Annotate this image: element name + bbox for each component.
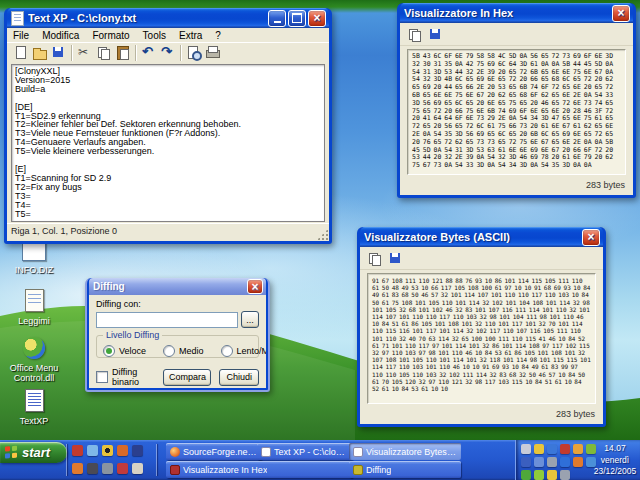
undo-icon[interactable] [140,44,157,61]
quick-launch-icon-10[interactable] [132,463,143,474]
byte-count-label: 283 bytes [360,404,603,424]
tray-icon-4[interactable] [560,444,570,454]
titlebar[interactable]: Visualizzatore Bytes (ASCII) [360,227,603,247]
menu-modifica[interactable]: Modifica [42,30,79,41]
chiudi-button[interactable]: Chiudi [219,369,259,386]
menu-bar: File Modifica Formato Tools Extra ? [7,28,329,42]
task-button-diffing[interactable]: Diffing [349,461,461,478]
radio-label-lento-migliore[interactable]: Lento/Migliore [237,346,266,356]
radio-medio[interactable] [163,345,175,357]
tray-icon-9[interactable] [547,457,557,467]
tray-icon-8[interactable] [534,457,544,467]
menu-help[interactable]: ? [215,30,221,41]
maximize-button[interactable] [288,10,306,27]
tray-icon-5[interactable] [573,444,583,454]
save-icon[interactable] [50,44,67,61]
menu-file[interactable]: File [13,30,29,41]
browse-button[interactable]: ... [241,311,259,328]
quick-launch-icon-1[interactable] [72,445,83,456]
tray-icon-1[interactable] [521,444,531,454]
toolbar [7,42,329,63]
desktop: INFO.DIZ Leggimi Office Menu Control.dll… [0,0,640,480]
copy-icon[interactable] [95,44,112,61]
quick-launch-icon-2[interactable] [87,445,98,456]
minimize-button[interactable] [268,10,286,27]
checkbox-label[interactable]: Diffing binario [112,367,151,387]
quick-launch-icon-3[interactable] [102,445,113,456]
task-button-visualizzatore-hex[interactable]: Visualizzatore In Hex [166,461,353,478]
taskbar-clock[interactable]: 14.07 venerdì 23/12/2005 [592,443,638,478]
compara-button[interactable]: Compara [163,369,211,386]
quick-launch-icon-5[interactable] [132,445,143,456]
save-icon[interactable] [427,26,444,43]
byte-count-label: 283 bytes [400,175,633,195]
hex-content[interactable]: 5B 43 6C 6F 6E 79 58 58 4C 5D 0A 56 65 7… [407,49,626,175]
print-icon[interactable] [204,44,221,61]
ascii-content[interactable]: 91 67 108 111 110 121 88 88 76 93 10 86 … [367,273,596,404]
window-hex-viewer: Visualizzatore In Hex 5B 43 6C 6F 6E 79 … [397,3,636,198]
tray-icon-3[interactable] [547,444,557,454]
resize-grip[interactable] [317,229,328,240]
tray-icon-2[interactable] [534,444,544,454]
close-button[interactable] [308,10,326,27]
task-button-sourceforge[interactable]: SourceForge.net: tex... [166,443,262,460]
desktop-icon-office-menu-control[interactable]: Office Menu Control.dll [2,337,66,383]
readme-file-icon [25,289,44,312]
tray-icon-16[interactable] [560,470,570,480]
print-preview-icon[interactable] [185,44,202,61]
save-icon[interactable] [387,250,404,267]
group-label: Livello Diffing [103,330,162,340]
clock-date: 23/12/2005 [592,466,638,478]
copy-icon[interactable] [406,26,423,43]
cut-icon[interactable] [76,44,93,61]
radio-veloce[interactable] [103,345,115,357]
tray-icon-7[interactable] [521,457,531,467]
tray-icon-13[interactable] [521,470,531,480]
redo-icon[interactable] [159,44,176,61]
desktop-icon-infodiz[interactable]: INFO.DIZ [2,243,66,275]
start-button[interactable]: start [0,442,67,463]
tray-icon-11[interactable] [573,457,583,467]
radio-label-medio[interactable]: Medio [179,346,204,356]
cursor-position-status: Riga 1, Col. 1, Posizione 0 [11,226,117,236]
copy-icon[interactable] [366,250,383,267]
toolbar-separator [71,45,72,61]
menu-extra[interactable]: Extra [179,30,202,41]
toolbar [400,23,633,46]
task-button-visualizzatore-bytes[interactable]: Visualizzatore Bytes (... [349,443,461,460]
status-bar: Riga 1, Col. 1, Posizione 0 [7,223,329,241]
close-button[interactable] [582,229,600,246]
titlebar[interactable]: Text XP - C:\clony.txt [7,8,329,28]
window-text-xp: Text XP - C:\clony.txt File Modifica For… [4,8,332,244]
desktop-icon-leggimi[interactable]: Leggimi [2,289,66,326]
tray-icon-15[interactable] [547,470,557,480]
browser-icon [170,447,180,457]
titlebar[interactable]: Diffing [89,278,266,295]
radio-lento-migliore[interactable] [221,345,233,357]
quick-launch-icon-8[interactable] [102,463,113,474]
quick-launch-icon-9[interactable] [117,463,128,474]
tray-icon-14[interactable] [534,470,544,480]
menu-formato[interactable]: Formato [92,30,129,41]
paste-icon[interactable] [114,44,131,61]
window-title: Text XP - C:\clony.txt [28,12,266,24]
task-button-text-xp[interactable]: Text XP - C:\clony.txt [257,443,353,460]
windows-logo-icon [5,446,18,460]
quick-launch-icon-4[interactable] [117,445,128,456]
diffing-binario-checkbox[interactable] [96,371,108,383]
quick-launch-icon-6[interactable] [72,463,83,474]
radio-label-veloce[interactable]: Veloce [119,346,146,356]
desktop-icon-textxp[interactable]: TextXP [2,389,66,426]
open-folder-icon[interactable] [31,44,48,61]
new-document-icon[interactable] [12,44,29,61]
diffing-path-input[interactable] [96,312,238,328]
text-editor-area[interactable]: [ClonyXXL] Version=2015 Build=a [DE] T1=… [11,64,325,222]
titlebar[interactable]: Visualizzatore In Hex [400,3,633,23]
quick-launch-icon-7[interactable] [87,463,98,474]
taskbar: start SourceForge.net: tex... Text XP - … [0,440,640,480]
toolbar-separator [135,45,136,61]
close-button[interactable] [612,5,630,22]
tray-icon-10[interactable] [560,457,570,467]
menu-tools[interactable]: Tools [143,30,166,41]
close-button[interactable] [247,279,263,294]
